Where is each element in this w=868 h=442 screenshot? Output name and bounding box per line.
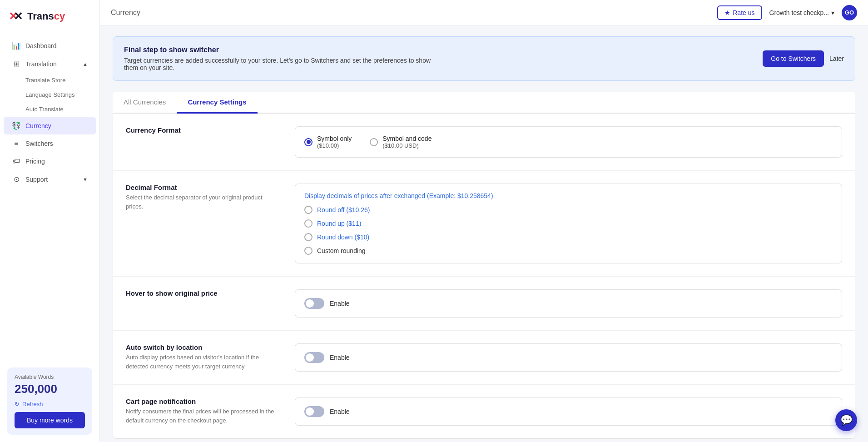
- sidebar-item-auto-translate[interactable]: Auto Translate: [4, 102, 96, 116]
- decimal-format-control: Display decimals of prices after exchang…: [295, 184, 842, 263]
- go-to-switchers-button[interactable]: Go to Switchers: [763, 50, 824, 67]
- sidebar-nav: 📊 Dashboard ⊞ Translation ▲ Translate St…: [0, 33, 99, 360]
- auto-switch-toggle-row: Enable: [304, 352, 833, 363]
- cart-notification-label-col: Cart page notification Notify consumers …: [126, 397, 280, 425]
- cart-notification-toggle-row: Enable: [304, 406, 833, 417]
- translation-arrow-icon: ▲: [83, 61, 88, 67]
- decimal-options: Round off ($10.26) Round up ($11): [304, 206, 833, 255]
- growth-dropdown[interactable]: Growth test checkp... ▾: [769, 9, 835, 16]
- round-down-radio[interactable]: [304, 233, 312, 241]
- symbol-and-code-option[interactable]: Symbol and code ($10.00 USD): [370, 135, 432, 149]
- currency-format-row: Currency Format Symbol only ($10.00): [113, 114, 855, 171]
- chevron-down-icon: ▾: [831, 9, 834, 16]
- sidebar: ✕ ✕ Transcy 📊 Dashboard ⊞ Translation ▲ …: [0, 0, 100, 442]
- sidebar-item-currency[interactable]: 💱 Currency: [4, 117, 96, 134]
- symbol-and-code-radio[interactable]: [370, 138, 378, 146]
- switchers-icon: ≡: [12, 139, 21, 148]
- topbar-right: ★ Rate us Growth test checkp... ▾ GO: [717, 5, 857, 20]
- auto-switch-label-col: Auto switch by location Auto display pri…: [126, 343, 280, 371]
- custom-rounding-radio[interactable]: [304, 247, 312, 255]
- tab-all-currencies[interactable]: All Currencies: [113, 92, 177, 114]
- page-content: Final step to show switcher Target curre…: [100, 25, 868, 442]
- chat-bubble-button[interactable]: 💬: [835, 409, 857, 431]
- sidebar-item-language-settings[interactable]: Language Settings: [4, 88, 96, 102]
- chat-icon: 💬: [840, 414, 853, 426]
- hover-original-title: Hover to show original price: [126, 289, 280, 297]
- available-words-count: 250,000: [15, 382, 85, 396]
- settings-panel: Currency Format Symbol only ($10.00): [113, 114, 855, 439]
- cart-notification-row: Cart page notification Notify consumers …: [113, 385, 855, 438]
- symbol-only-label: Symbol only ($10.00): [317, 135, 352, 149]
- avatar: GO: [842, 5, 857, 20]
- sidebar-item-dashboard[interactable]: 📊 Dashboard: [4, 37, 96, 55]
- hover-original-control: Enable: [295, 289, 842, 318]
- decimal-format-label-col: Decimal Format Select the decimal separa…: [126, 184, 280, 211]
- auto-switch-description: Auto display prices based on visitor's l…: [126, 353, 280, 371]
- sidebar-item-switchers[interactable]: ≡ Switchers: [4, 135, 96, 152]
- sidebar-bottom: Available Words 250,000 ↻ Refresh Buy mo…: [0, 360, 99, 442]
- dashboard-icon: 📊: [12, 41, 21, 50]
- hover-original-row: Hover to show original price Enable: [113, 277, 855, 331]
- currency-icon: 💱: [12, 121, 21, 130]
- hover-original-toggle-row: Enable: [304, 298, 833, 309]
- banner-text: Final step to show switcher Target curre…: [124, 46, 442, 71]
- support-arrow-icon: ▼: [83, 177, 88, 182]
- cart-notification-toggle[interactable]: [304, 406, 324, 417]
- auto-switch-control: Enable: [295, 343, 842, 372]
- currency-format-control: Symbol only ($10.00) Symbol and code ($1…: [295, 126, 842, 158]
- decimal-format-description: Select the decimal separator of your ori…: [126, 193, 280, 211]
- refresh-icon: ↻: [15, 401, 20, 407]
- banner-description: Target currencies are added successfully…: [124, 57, 442, 71]
- logo: ✕ ✕ Transcy: [0, 0, 99, 33]
- decimal-format-title: Decimal Format: [126, 184, 280, 191]
- pricing-icon: 🏷: [12, 157, 21, 165]
- cart-notification-title: Cart page notification: [126, 397, 280, 405]
- hover-original-enable-label: Enable: [330, 300, 350, 307]
- banner-actions: Go to Switchers Later: [763, 50, 844, 67]
- auto-switch-row: Auto switch by location Auto display pri…: [113, 331, 855, 385]
- symbol-only-option[interactable]: Symbol only ($10.00): [304, 135, 352, 149]
- logo-text: Transcy: [27, 10, 65, 22]
- symbol-and-code-label: Symbol and code ($10.00 USD): [382, 135, 432, 149]
- hover-original-toggle[interactable]: [304, 298, 324, 309]
- svg-text:✕: ✕: [14, 10, 23, 22]
- symbol-only-radio[interactable]: [304, 138, 312, 146]
- round-down-option[interactable]: Round down ($10): [304, 233, 833, 241]
- currency-format-title: Currency Format: [126, 126, 280, 134]
- auto-switch-title: Auto switch by location: [126, 343, 280, 351]
- round-off-radio[interactable]: [304, 206, 312, 214]
- support-icon: ⊙: [12, 175, 21, 184]
- star-icon: ★: [724, 9, 730, 16]
- currency-format-label-col: Currency Format: [126, 126, 280, 136]
- round-off-option[interactable]: Round off ($10.26): [304, 206, 833, 214]
- buy-words-button[interactable]: Buy more words: [15, 412, 85, 428]
- logo-icon: ✕ ✕: [7, 8, 24, 25]
- banner: Final step to show switcher Target curre…: [113, 36, 855, 81]
- sidebar-item-pricing[interactable]: 🏷 Pricing: [4, 153, 96, 170]
- hover-original-label-col: Hover to show original price: [126, 289, 280, 299]
- tab-currency-settings[interactable]: Currency Settings: [177, 92, 257, 114]
- translation-icon: ⊞: [12, 60, 21, 68]
- decimal-example-desc: Display decimals of prices after exchang…: [304, 192, 833, 199]
- cart-notification-enable-label: Enable: [330, 408, 350, 415]
- sidebar-item-translate-store[interactable]: Translate Store: [4, 73, 96, 87]
- tabs: All Currencies Currency Settings: [113, 92, 855, 114]
- available-words-label: Available Words: [15, 374, 85, 380]
- decimal-format-row: Decimal Format Select the decimal separa…: [113, 171, 855, 277]
- available-words-card: Available Words 250,000 ↻ Refresh Buy mo…: [7, 368, 92, 435]
- banner-title: Final step to show switcher: [124, 46, 442, 54]
- refresh-button[interactable]: ↻ Refresh: [15, 401, 43, 407]
- auto-switch-toggle[interactable]: [304, 352, 324, 363]
- later-button[interactable]: Later: [829, 55, 844, 62]
- currency-format-options: Symbol only ($10.00) Symbol and code ($1…: [304, 135, 833, 149]
- rate-us-button[interactable]: ★ Rate us: [717, 5, 762, 20]
- round-up-option[interactable]: Round up ($11): [304, 219, 833, 228]
- cart-notification-description: Notify consumers the final prices will b…: [126, 407, 280, 425]
- topbar: Currency ★ Rate us Growth test checkp...…: [100, 0, 868, 25]
- sidebar-item-support[interactable]: ⊙ Support ▼: [4, 170, 96, 188]
- round-up-radio[interactable]: [304, 219, 312, 228]
- sidebar-item-translation[interactable]: ⊞ Translation ▲: [4, 55, 96, 73]
- custom-rounding-option[interactable]: Custom rounding: [304, 247, 833, 255]
- auto-switch-enable-label: Enable: [330, 354, 350, 361]
- topbar-title: Currency: [111, 9, 140, 17]
